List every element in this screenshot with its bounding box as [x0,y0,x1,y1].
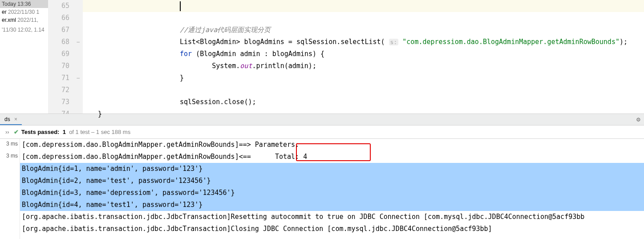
code-line[interactable] [83,0,644,12]
line-number: 67 [48,24,74,36]
run-tab[interactable]: ds × [0,114,22,125]
code-editor[interactable]: //通过java代码层面实现分页List<BlogAdmin> blogAdmi… [83,0,644,113]
line-number: 70 [48,60,74,72]
console-line[interactable]: [com.depressiom.dao.BlogAdminMapper.getA… [20,151,644,163]
code-line[interactable]: sqlSession.close(); [83,96,644,108]
line-number: 69 [48,48,74,60]
console-pane: 3 ms3 ms [com.depressiom.dao.BlogAdminMa… [0,139,644,239]
line-number: 68 [48,36,74,48]
console-line[interactable]: [org.apache.ibatis.transaction.jdbc.Jdbc… [20,223,644,235]
sidebar-item[interactable]: '11/30 12:02, 1.14 [0,26,48,34]
editor-gutter: 65666768697071727374 [48,0,74,113]
check-icon: ✔ [14,129,19,135]
text-caret [180,1,181,11]
code-line[interactable]: } [83,108,644,120]
fold-marker[interactable] [74,84,83,96]
test-status-bar: ›› ✔ Tests passed: 1 of 1 test – 1 sec 1… [0,126,644,139]
console-time: 3 ms [0,151,20,163]
run-tab-label: ds [4,116,10,122]
code-line[interactable]: for (BlogAdmin admin : blogAdmins) { [83,48,644,60]
project-sidebar[interactable]: Today 13:36er 2022/11/30 1er.xml 2022/11… [0,0,48,113]
line-number: 71 [48,72,74,84]
line-number: 72 [48,84,74,96]
console-line[interactable]: BlogAdmin{id=3, name='depressiom', passw… [20,187,644,199]
tests-passed-label: Tests passed: 1 of 1 test – 1 sec 188 ms [21,129,131,135]
code-line[interactable] [83,84,644,96]
console-time: 3 ms [0,139,20,151]
console-line[interactable]: BlogAdmin{id=1, name='admin', password='… [20,163,644,175]
line-number: 66 [48,12,74,24]
fold-marker[interactable] [74,96,83,108]
sidebar-item[interactable]: Today 13:36 [0,0,48,8]
fold-marker[interactable] [74,60,83,72]
fold-marker[interactable]: − [74,36,83,48]
code-line[interactable]: System.out.println(admin); [83,60,644,72]
console-line[interactable]: [org.apache.ibatis.transaction.jdbc.Jdbc… [20,211,644,223]
top-pane: Today 13:36er 2022/11/30 1er.xml 2022/11… [0,0,644,114]
fold-marker[interactable]: − [74,72,83,84]
fold-column[interactable]: −−− [74,0,83,113]
console-output[interactable]: [com.depressiom.dao.BlogAdminMapper.getA… [20,139,644,239]
close-icon[interactable]: × [14,116,17,122]
code-line[interactable]: List<BlogAdmin> blogAdmins = sqlSession.… [83,36,644,48]
code-line[interactable] [83,12,644,24]
line-number: 73 [48,96,74,108]
chevron-right-icon[interactable]: ›› [5,129,9,135]
sidebar-item[interactable]: er 2022/11/30 1 [0,8,48,16]
fold-marker[interactable] [74,12,83,24]
fold-marker[interactable] [74,48,83,60]
line-number: 65 [48,0,74,12]
console-line[interactable]: BlogAdmin{id=4, name='test1', password='… [20,199,644,211]
fold-marker[interactable] [74,24,83,36]
console-line[interactable]: [com.depressiom.dao.BlogAdminMapper.getA… [20,139,644,151]
app-root: Today 13:36er 2022/11/30 1er.xml 2022/11… [0,0,644,239]
console-time-gutter: 3 ms3 ms [0,139,20,239]
console-line[interactable]: BlogAdmin{id=2, name='test', password='1… [20,175,644,187]
code-line[interactable]: //通过java代码层面实现分页 [83,24,644,36]
sidebar-item[interactable]: er.xml 2022/11, [0,16,48,24]
fold-marker[interactable] [74,0,83,12]
code-line[interactable]: } [83,72,644,84]
